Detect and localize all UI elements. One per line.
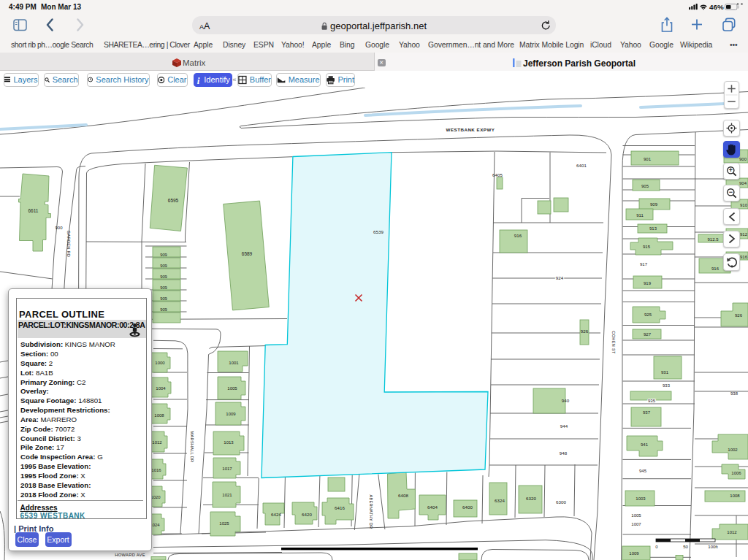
svg-text:905: 905 (641, 184, 649, 188)
svg-text:913: 913 (649, 226, 657, 231)
svg-text:909: 909 (160, 307, 167, 312)
svg-text:1000: 1000 (155, 361, 165, 365)
svg-text:938: 938 (730, 391, 739, 396)
svg-text:i: i (197, 75, 200, 85)
svg-text:941: 941 (641, 442, 649, 447)
svg-text:925: 925 (644, 312, 652, 317)
svg-text:931: 931 (661, 370, 669, 375)
svg-text:6300: 6300 (556, 499, 566, 505)
svg-text:6416: 6416 (335, 505, 345, 510)
svg-text:917: 917 (640, 262, 648, 266)
svg-text:912: 912 (740, 232, 748, 237)
svg-text:909: 909 (160, 253, 167, 257)
svg-text:1008: 1008 (154, 413, 164, 418)
svg-text:919: 919 (644, 281, 652, 285)
svg-text:6595: 6595 (168, 198, 179, 203)
svg-text:6408: 6408 (398, 493, 408, 498)
svg-text:100ft: 100ft (708, 545, 718, 549)
svg-text:910: 910 (740, 203, 748, 207)
svg-text:+: + (729, 166, 733, 174)
svg-text:1002: 1002 (728, 448, 738, 452)
svg-text:915: 915 (643, 245, 651, 249)
svg-text:50: 50 (683, 545, 688, 549)
svg-text:1012: 1012 (152, 440, 162, 445)
svg-text:900: 900 (739, 157, 747, 161)
svg-text:916: 916 (711, 266, 720, 271)
svg-text:1013: 1013 (224, 440, 234, 445)
svg-text:6589: 6589 (242, 251, 253, 256)
svg-text:6420: 6420 (302, 512, 312, 517)
svg-text:1009: 1009 (226, 412, 236, 416)
svg-text:6324: 6324 (495, 498, 505, 503)
svg-text:909: 909 (160, 296, 167, 301)
svg-text:1003: 1003 (636, 496, 646, 501)
svg-text:6401: 6401 (576, 163, 587, 168)
svg-text:909: 909 (160, 264, 167, 268)
svg-text:916: 916 (514, 233, 522, 238)
svg-text:926: 926 (581, 329, 589, 334)
svg-text:909: 909 (650, 202, 658, 207)
svg-text:ABERNATHY DR: ABERNATHY DR (369, 495, 373, 529)
svg-text:46%: 46% (709, 3, 724, 11)
svg-text:926: 926 (735, 313, 743, 318)
svg-text:927: 927 (644, 332, 652, 337)
svg-text:948: 948 (560, 450, 568, 456)
svg-text:900: 900 (55, 226, 63, 230)
svg-text:904: 904 (739, 181, 747, 185)
svg-text:909: 909 (160, 285, 167, 290)
svg-text:1016: 1016 (151, 468, 161, 472)
svg-text:GARDEN RD: GARDEN RD (66, 231, 71, 257)
svg-text:901: 901 (644, 157, 652, 161)
svg-text:MARSHALL DR: MARSHALL DR (190, 431, 194, 463)
svg-text:1007: 1007 (631, 522, 641, 526)
svg-text:COHEN ST: COHEN ST (611, 331, 616, 354)
svg-text:WESTBANK EXPWY: WESTBANK EXPWY (446, 127, 495, 132)
svg-text:945: 945 (639, 469, 647, 473)
svg-text:6400: 6400 (462, 505, 473, 510)
svg-text:911: 911 (636, 213, 644, 218)
svg-text:6320: 6320 (526, 496, 536, 501)
svg-text:937: 937 (643, 410, 651, 415)
svg-text:6405: 6405 (492, 172, 503, 177)
svg-text:1006: 1006 (731, 471, 741, 475)
svg-text:1005: 1005 (631, 513, 641, 518)
svg-text:916: 916 (740, 255, 748, 259)
svg-text:6611: 6611 (28, 208, 39, 213)
svg-text:933: 933 (663, 383, 671, 388)
svg-text:1005: 1005 (227, 386, 237, 391)
svg-text:1020: 1020 (150, 495, 161, 499)
svg-text:HOWARD AVE: HOWARD AVE (115, 553, 145, 557)
svg-text:1021: 1021 (222, 493, 232, 497)
svg-text:940: 940 (562, 398, 570, 403)
svg-text:1008: 1008 (730, 494, 740, 498)
svg-text:6404: 6404 (427, 505, 438, 510)
svg-text:1001: 1001 (229, 361, 239, 365)
svg-text:1012: 1012 (727, 530, 737, 534)
svg-text:1009: 1009 (629, 551, 639, 556)
svg-text:−: − (729, 188, 733, 196)
svg-text:6539: 6539 (373, 229, 383, 234)
svg-text:909: 909 (160, 275, 167, 279)
svg-text:6424: 6424 (271, 512, 281, 517)
svg-text:1017: 1017 (222, 467, 232, 471)
svg-text:0: 0 (655, 545, 658, 549)
svg-text:1025: 1025 (219, 521, 229, 526)
svg-text:912.5: 912.5 (707, 237, 719, 242)
svg-text:944: 944 (560, 423, 568, 429)
svg-text:1004: 1004 (156, 386, 166, 391)
svg-text:924: 924 (556, 275, 564, 280)
svg-text:935: 935 (648, 399, 656, 403)
